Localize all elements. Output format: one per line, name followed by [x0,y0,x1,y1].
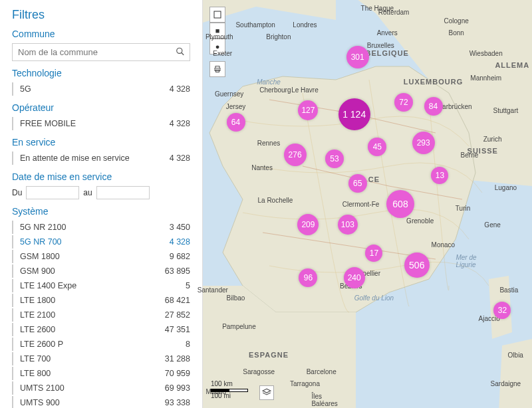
map-cluster[interactable]: 209 [297,214,319,235]
map-city-label: Berne [461,152,479,159]
map-cluster[interactable]: 127 [298,100,318,120]
systeme-item-count: 93 338 [165,398,190,407]
map-country-label: LUXEMBOURG [404,78,463,86]
layers-button[interactable] [259,385,274,400]
systeme-item-count: 9 682 [170,252,190,261]
map-cluster[interactable]: 32 [493,302,511,319]
date-du-label: Du [12,188,22,197]
map-city-label: Nantes [251,163,273,171]
operateur-label: Opérateur [12,102,190,113]
operateur-item-count: 4 328 [170,119,190,128]
map-city-label: Brighton [266,33,291,41]
map-country-label: BELGIQUE [365,49,408,57]
map-cluster[interactable]: 301 [346,46,369,68]
systeme-item-name: LTE 2600 [20,325,55,334]
map-city-label: ÎlesBaléares [311,393,337,407]
systeme-item-row[interactable]: LTE 210027 852 [12,308,190,322]
scale-mi: 100 mi [211,392,248,400]
filters-title: Filtres [12,8,190,22]
map-city-label: Anvers [377,29,398,37]
svg-rect-3 [214,11,221,18]
map-cluster[interactable]: 45 [368,138,386,156]
map-controls: ■ ● [209,7,225,77]
service-item-row[interactable]: En attente de mise en service4 328 [12,152,190,165]
systeme-item-row[interactable]: UMTS 210069 993 [12,381,190,395]
map-cluster[interactable]: 96 [299,268,317,287]
map-city-label: Southampton [235,21,275,28]
technologie-item-row[interactable]: 5G4 328 [12,82,190,96]
systeme-item-row[interactable]: 5G NR 21003 450 [12,221,190,234]
map-city-label: Bonn [448,29,464,37]
search-icon[interactable] [176,47,185,58]
map-cluster[interactable]: 53 [325,150,344,168]
print-button[interactable] [209,61,225,77]
svg-point-0 [177,48,182,53]
systeme-item-name: 5G NR 700 [20,237,62,247]
map-cluster[interactable]: 506 [404,253,430,278]
systeme-item-name: UMTS 2100 [20,383,65,393]
systeme-item-row[interactable]: LTE 1400 Expe5 [12,279,190,292]
systeme-item-row[interactable]: 5G NR 7004 328 [12,235,190,249]
date-range: Du au [12,186,190,199]
systeme-item-row[interactable]: GSM 18009 682 [12,250,190,263]
map-city-label: Clermont-Fe [342,201,380,208]
systeme-item-name: LTE 800 [20,369,51,378]
systeme-item-count: 47 351 [165,325,190,334]
systeme-item-row[interactable]: LTE 2600 P8 [12,338,190,351]
date-from-input[interactable] [26,186,79,199]
map-city-label: Tarragona [290,380,320,387]
map-city-label: Monaco [432,241,456,249]
systeme-item-name: UMTS 900 [20,398,60,407]
date-au-label: au [83,188,92,197]
map-city-label: La Rochelle [257,196,293,203]
systeme-item-count: 3 450 [170,223,190,232]
map-cluster[interactable]: 17 [365,245,382,262]
map-cluster[interactable]: 293 [412,132,435,154]
map-cluster[interactable]: 608 [386,190,414,218]
commune-search [12,43,190,61]
map[interactable]: ■ ● BELGIQUEALLEMALUXEMBOURGCESUISSEESPA… [203,0,532,408]
svg-marker-7 [263,389,271,393]
map-city-label: Bruxelles [367,41,394,49]
operateur-item-row[interactable]: FREE MOBILE4 328 [12,117,190,130]
systeme-item-count: 68 421 [165,296,190,305]
date-to-input[interactable] [96,186,150,199]
systeme-item-name: LTE 2600 P [20,340,63,349]
systeme-item-count: 27 852 [165,310,190,320]
commune-input[interactable] [12,43,190,61]
technologie-item-count: 4 328 [170,84,190,94]
map-cluster[interactable]: 1 124 [338,98,370,130]
map-cluster[interactable]: 72 [394,93,413,112]
commune-label: Commune [12,29,190,39]
systeme-item-row[interactable]: LTE 180068 421 [12,294,190,307]
systeme-item-count: 69 993 [165,383,190,393]
systeme-item-row[interactable]: UMTS 90093 338 [12,396,190,408]
systeme-item-count: 70 959 [165,369,190,378]
map-cluster[interactable]: 84 [424,97,443,116]
systeme-item-name: LTE 2100 [20,310,55,320]
map-country-label: ESPAGNE [249,351,289,359]
fullscreen-button[interactable] [209,7,225,23]
map-city-label: Guernsey [215,90,243,98]
date-label: Date de mise en service [12,171,190,182]
map-scale: 100 km 100 mi [211,380,248,400]
systeme-item-row[interactable]: LTE 70031 288 [12,352,190,365]
map-city-label: Londres [293,21,317,28]
systeme-item-count: 5 [186,281,190,290]
map-city-label: Grenoble [406,217,434,224]
technologie-item-name: 5G [20,84,31,94]
map-cluster[interactable]: 64 [227,113,245,132]
scale-km: 100 km [211,380,248,388]
svg-line-1 [182,52,184,55]
systeme-item-row[interactable]: LTE 80070 959 [12,367,190,380]
map-city-label: Wiesbaden [469,49,503,56]
map-cluster[interactable]: 240 [344,267,365,288]
systeme-item-count: 8 [186,340,190,349]
map-cluster[interactable]: 13 [431,167,448,184]
map-cluster[interactable]: 103 [338,215,358,235]
map-cluster[interactable]: 276 [284,144,307,166]
systeme-item-row[interactable]: GSM 90063 895 [12,264,190,278]
map-city-label: Saragosse [243,367,275,375]
systeme-item-row[interactable]: LTE 260047 351 [12,323,190,336]
map-cluster[interactable]: 65 [348,174,367,193]
